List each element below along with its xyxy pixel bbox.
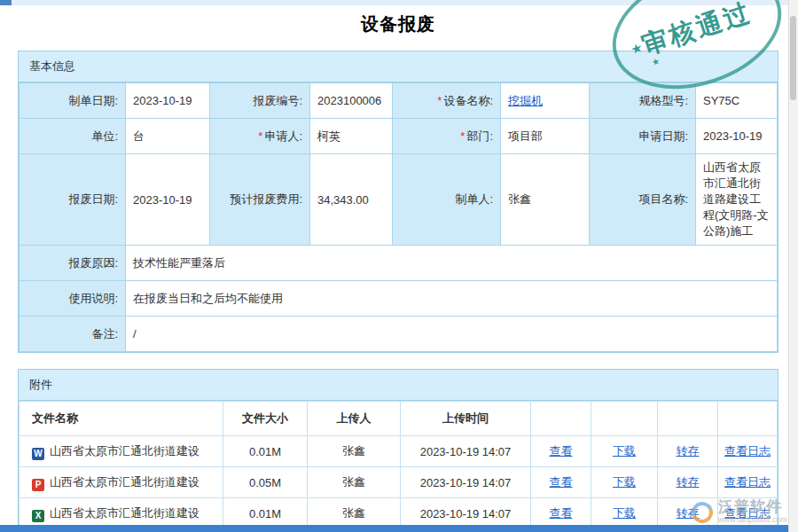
applicant-label-text: 申请人: xyxy=(264,129,302,143)
reason-label: 报废原因: xyxy=(20,246,126,281)
table-header-row: 文件名称 文件大小 上传人 上传时间 xyxy=(20,402,778,436)
dept-label-text: 部门: xyxy=(466,129,493,143)
brand-watermark: 泛普软件 www.fanpusoft.com xyxy=(692,499,787,525)
dept-label: *部门: xyxy=(393,119,501,154)
scrap-no-value: 2023100006 xyxy=(310,83,393,119)
excel-file-icon: X xyxy=(32,510,44,522)
est-cost-value: 34,343.00 xyxy=(310,154,393,246)
col-upload-time: 上传时间 xyxy=(401,402,531,436)
word-file-icon: W xyxy=(32,448,44,460)
device-name-link[interactable]: 挖掘机 xyxy=(508,94,543,107)
file-name-cell: W山西省太原市汇通北街道建设 xyxy=(20,436,223,467)
maker-label: 制单人: xyxy=(393,154,501,246)
download-link[interactable]: 下载 xyxy=(613,475,636,489)
usage-value: 在报废当日和之后均不能使用 xyxy=(126,281,778,317)
table-row: 使用说明: 在报废当日和之后均不能使用 xyxy=(20,281,778,317)
est-cost-label: 预计报废费用: xyxy=(210,154,310,246)
make-date-value: 2023-10-19 xyxy=(126,83,210,119)
scrap-no-label: 报废编号: xyxy=(210,83,310,119)
spec-label: 规格型号: xyxy=(590,83,696,119)
col-file-size: 文件大小 xyxy=(223,402,308,436)
spec-value: SY75C xyxy=(696,83,778,119)
applicant-value: 柯英 xyxy=(310,119,393,154)
file-size: 0.05M xyxy=(223,467,308,498)
vertical-scrollbar[interactable] xyxy=(788,0,798,532)
required-marker: * xyxy=(258,129,262,143)
brand-logo-icon xyxy=(688,498,716,527)
table-row: W山西省太原市汇通北街道建设 0.01M 张鑫 2023-10-19 14:07… xyxy=(20,436,778,467)
maker-value: 张鑫 xyxy=(501,154,590,246)
page-title: 设备报废 xyxy=(18,12,778,36)
device-name-label-text: 设备名称: xyxy=(443,94,493,107)
attachments-section: 附件 文件名称 文件大小 上传人 上传时间 xyxy=(18,369,778,530)
top-strip xyxy=(12,0,789,5)
view-link[interactable]: 查看 xyxy=(550,444,573,458)
basic-info-section: 基本信息 制单日期: 2023-10-19 报废编号: 2023100006 *… xyxy=(18,51,778,353)
remark-value: / xyxy=(126,317,778,352)
file-size: 0.01M xyxy=(223,436,308,467)
download-link[interactable]: 下载 xyxy=(613,506,636,520)
usage-label: 使用说明: xyxy=(20,281,126,317)
horizontal-scrollbar[interactable] xyxy=(0,525,789,532)
attachments-section-title: 附件 xyxy=(19,370,778,401)
file-name-cell: P山西省太原市汇通北街道建设 xyxy=(20,467,223,498)
view-link[interactable]: 查看 xyxy=(550,475,573,489)
uploader: 张鑫 xyxy=(308,436,401,467)
file-name: 山西省太原市汇通北街道建设 xyxy=(50,475,200,489)
table-row: 报废原因: 技术性能严重落后 xyxy=(20,246,778,281)
view-log-link[interactable]: 查看日志 xyxy=(724,444,771,458)
project-label: 项目名称: xyxy=(590,154,696,246)
required-marker: * xyxy=(437,94,442,107)
device-name-value: 挖掘机 xyxy=(501,83,590,119)
apply-date-label: 申请日期: xyxy=(590,119,696,154)
make-date-label: 制单日期: xyxy=(20,83,126,119)
transfer-link[interactable]: 转存 xyxy=(677,444,700,458)
upload-time: 2023-10-19 14:07 xyxy=(401,436,531,467)
unit-value: 台 xyxy=(126,119,210,154)
scrap-date-value: 2023-10-19 xyxy=(126,154,210,246)
device-name-label: *设备名称: xyxy=(393,83,501,119)
table-row: 报废日期: 2023-10-19 预计报废费用: 34,343.00 制单人: … xyxy=(20,154,778,246)
attachments-table: 文件名称 文件大小 上传人 上传时间 W山西省太原市汇通北街道建设 0.01M xyxy=(19,401,778,529)
transfer-link[interactable]: 转存 xyxy=(677,475,700,489)
col-action-4 xyxy=(718,402,778,436)
col-file-name: 文件名称 xyxy=(20,402,223,436)
col-action-1 xyxy=(531,402,591,436)
basic-info-section-title: 基本信息 xyxy=(19,51,778,82)
col-action-3 xyxy=(658,402,718,436)
apply-date-value: 2023-10-19 xyxy=(696,119,778,154)
page-content: 设备报废 基本信息 制单日期: 2023-10-19 报废编号: 2023100… xyxy=(0,12,798,530)
unit-label: 单位: xyxy=(20,119,126,154)
table-row: 备注: / xyxy=(20,317,778,352)
table-row: 单位: 台 *申请人: 柯英 *部门: 项目部 申请日期: 2023-10-19 xyxy=(20,119,778,154)
basic-info-table: 制单日期: 2023-10-19 报废编号: 2023100006 *设备名称:… xyxy=(19,82,778,352)
reason-value: 技术性能严重落后 xyxy=(126,246,778,281)
brand-url: www.fanpusoft.com xyxy=(718,516,787,525)
file-name: 山西省太原市汇通北街道建设 xyxy=(50,506,200,520)
brand-name: 泛普软件 xyxy=(718,499,787,516)
project-value: 山西省太原市汇通北街道路建设工程(文明路-文公路)施工 xyxy=(696,154,778,246)
view-link[interactable]: 查看 xyxy=(550,506,573,520)
scrap-date-label: 报废日期: xyxy=(20,154,126,246)
remark-label: 备注: xyxy=(20,317,126,352)
view-log-link[interactable]: 查看日志 xyxy=(724,475,771,489)
scrollbar-thumb[interactable] xyxy=(790,16,796,100)
window-corner xyxy=(0,0,12,5)
table-row: 制单日期: 2023-10-19 报废编号: 2023100006 *设备名称:… xyxy=(20,83,778,119)
required-marker: * xyxy=(460,129,465,143)
applicant-label: *申请人: xyxy=(210,119,310,154)
dept-value: 项目部 xyxy=(501,119,590,154)
download-link[interactable]: 下载 xyxy=(613,444,636,458)
pdf-file-icon: P xyxy=(32,479,44,491)
upload-time: 2023-10-19 14:07 xyxy=(401,467,531,498)
uploader: 张鑫 xyxy=(308,467,401,498)
file-name: 山西省太原市汇通北街道建设 xyxy=(50,444,200,458)
col-uploader: 上传人 xyxy=(308,402,401,436)
table-row: P山西省太原市汇通北街道建设 0.05M 张鑫 2023-10-19 14:07… xyxy=(20,467,778,498)
col-action-2 xyxy=(591,402,658,436)
